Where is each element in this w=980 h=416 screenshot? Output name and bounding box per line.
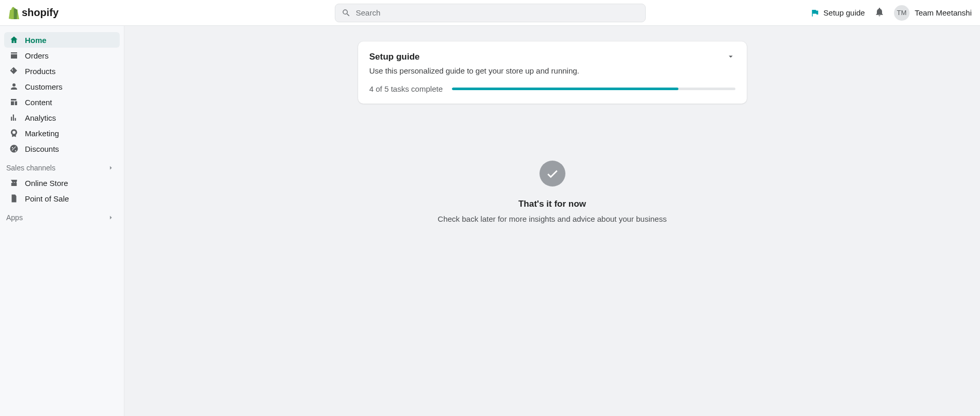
- empty-state: That's it for now Check back later for m…: [438, 161, 667, 223]
- sales-channels-label: Sales channels: [6, 164, 55, 172]
- chevron-down-icon: [726, 52, 735, 61]
- channel-item-label: Online Store: [25, 179, 68, 188]
- sales-channels-header[interactable]: Sales channels: [4, 159, 120, 175]
- top-right-actions: Setup guide TM Team Meetanshi: [810, 5, 972, 21]
- pos-icon: [9, 194, 19, 203]
- setup-guide-label: Setup guide: [823, 8, 865, 17]
- brand-logo[interactable]: shopify: [8, 7, 59, 19]
- channel-item-online-store[interactable]: Online Store: [4, 175, 120, 191]
- progress-fill: [452, 88, 678, 90]
- sidebar-item-label: Customers: [25, 82, 63, 91]
- progress-bar: [452, 88, 735, 90]
- search-icon: [342, 8, 351, 18]
- sidebar-item-label: Content: [25, 98, 52, 107]
- user-name: Team Meetanshi: [915, 8, 972, 17]
- sidebar-item-analytics[interactable]: Analytics: [4, 110, 120, 125]
- discounts-icon: [9, 144, 19, 153]
- analytics-icon: [9, 113, 19, 122]
- customers-icon: [9, 82, 19, 91]
- marketing-icon: [9, 128, 19, 138]
- sidebar-item-marketing[interactable]: Marketing: [4, 125, 120, 141]
- main-content: Setup guide Use this personalized guide …: [124, 26, 980, 416]
- brand-name: shopify: [22, 7, 59, 19]
- setup-card-title: Setup guide: [370, 52, 579, 62]
- progress-label: 4 of 5 tasks complete: [370, 84, 443, 93]
- sidebar-item-label: Discounts: [25, 145, 59, 153]
- setup-guide-link[interactable]: Setup guide: [810, 8, 865, 18]
- setup-guide-card: Setup guide Use this personalized guide …: [358, 41, 747, 104]
- channel-item-label: Point of Sale: [25, 194, 69, 203]
- sidebar-item-products[interactable]: Products: [4, 63, 120, 79]
- avatar: TM: [894, 5, 910, 21]
- setup-card-subtitle: Use this personalized guide to get your …: [370, 66, 579, 75]
- search-box[interactable]: [335, 4, 646, 22]
- orders-icon: [9, 51, 19, 60]
- check-icon: [546, 167, 559, 180]
- sidebar-item-label: Analytics: [25, 113, 56, 122]
- apps-label: Apps: [6, 213, 23, 222]
- search-input[interactable]: [356, 8, 639, 17]
- sidebar: HomeOrdersProductsCustomersContentAnalyt…: [0, 26, 124, 416]
- primary-nav: HomeOrdersProductsCustomersContentAnalyt…: [4, 32, 120, 156]
- bell-icon: [874, 7, 885, 17]
- sales-channels-nav: Online StorePoint of Sale: [4, 175, 120, 206]
- store-icon: [9, 178, 19, 188]
- top-bar: shopify Setup guide TM Team Meetanshi: [0, 0, 980, 26]
- empty-title: That's it for now: [438, 199, 667, 209]
- sidebar-item-content[interactable]: Content: [4, 94, 120, 110]
- flag-icon: [810, 8, 819, 18]
- user-menu[interactable]: TM Team Meetanshi: [894, 5, 972, 21]
- progress-row: 4 of 5 tasks complete: [370, 84, 735, 93]
- sidebar-item-discounts[interactable]: Discounts: [4, 141, 120, 156]
- search-wrapper: [335, 4, 646, 22]
- notifications-button[interactable]: [874, 7, 885, 19]
- sidebar-item-label: Home: [25, 36, 47, 45]
- sidebar-item-label: Marketing: [25, 129, 59, 138]
- empty-check-circle: [539, 161, 565, 187]
- products-icon: [9, 66, 19, 76]
- setup-card-toggle[interactable]: [726, 52, 735, 63]
- sidebar-item-home[interactable]: Home: [4, 32, 120, 48]
- sidebar-item-customers[interactable]: Customers: [4, 79, 120, 94]
- sidebar-item-orders[interactable]: Orders: [4, 48, 120, 63]
- channel-item-point-of-sale[interactable]: Point of Sale: [4, 191, 120, 206]
- chevron-right-icon: [107, 214, 115, 221]
- sidebar-item-label: Products: [25, 67, 55, 76]
- shopify-bag-icon: [8, 7, 20, 19]
- empty-subtitle: Check back later for more insights and a…: [438, 214, 667, 223]
- chevron-right-icon: [107, 164, 115, 171]
- apps-header[interactable]: Apps: [4, 208, 120, 225]
- sidebar-item-label: Orders: [25, 51, 49, 60]
- content-icon: [9, 97, 19, 107]
- home-icon: [9, 35, 19, 45]
